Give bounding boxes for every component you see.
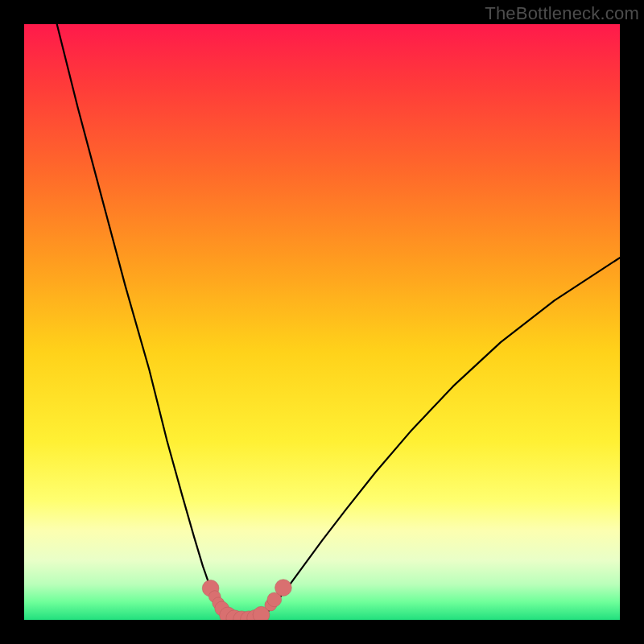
plot-area	[24, 24, 620, 620]
watermark-text: TheBottleneck.com	[485, 3, 639, 24]
chart-frame: TheBottleneck.com	[0, 0, 644, 644]
curve-marker	[275, 580, 292, 597]
chart-svg	[24, 24, 620, 620]
gradient-background	[24, 24, 620, 620]
